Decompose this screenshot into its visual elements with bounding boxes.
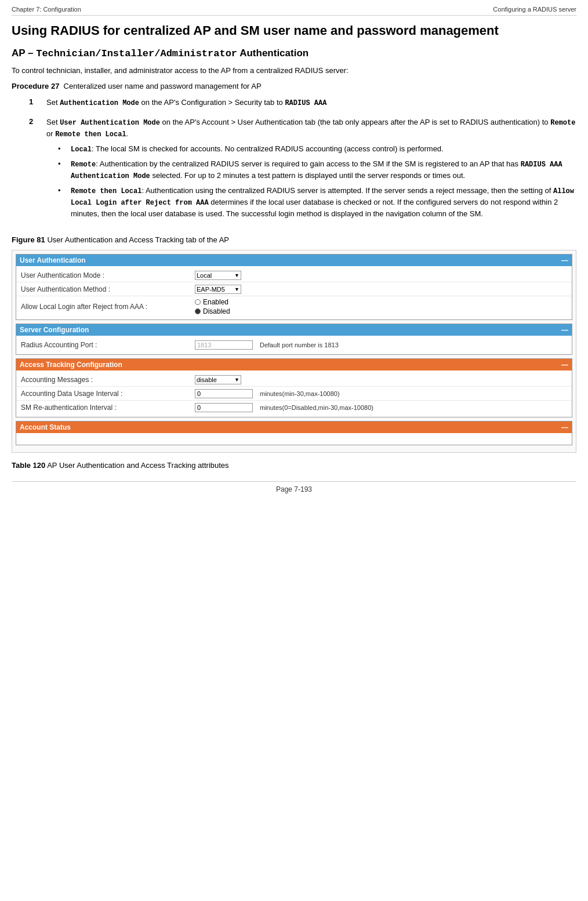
accounting-data-usage-row: Accounting Data Usage Interval : 0 minut… xyxy=(16,387,572,401)
user-auth-mode-control: Local ▼ xyxy=(195,271,567,280)
access-tracking-panel: Access Tracking Configuration — Accounti… xyxy=(16,358,572,417)
footer-text: Page 7-193 xyxy=(276,485,312,493)
user-auth-mode-select[interactable]: Local ▼ xyxy=(195,271,241,280)
bullet-remote-term2: RADIUS AAA Authentication Mode xyxy=(71,161,562,180)
procedure-description: Centeralized user name and password mana… xyxy=(64,82,262,90)
server-config-collapse-btn[interactable]: — xyxy=(561,326,568,334)
access-tracking-body: Accounting Messages : disable ▼ Accounti… xyxy=(16,370,572,417)
section-heading-mono: Technician/Installer/Administrator xyxy=(36,48,237,59)
accounting-messages-row: Accounting Messages : disable ▼ xyxy=(16,373,572,387)
user-auth-mode-arrow: ▼ xyxy=(234,273,239,278)
access-tracking-header: Access Tracking Configuration — xyxy=(16,359,572,370)
accounting-data-usage-label: Accounting Data Usage Interval : xyxy=(21,390,195,398)
user-auth-header: User Authentication — xyxy=(16,255,572,266)
procedure-line: Procedure 27 Centeralized user name and … xyxy=(12,81,576,92)
page-container: Chapter 7: Configuration Configuring a R… xyxy=(0,0,588,505)
page-footer: Page 7-193 xyxy=(12,481,576,493)
step-2-term2: Remote xyxy=(550,119,575,127)
step-1-term1: Authentication Mode xyxy=(60,99,139,107)
user-auth-method-arrow: ▼ xyxy=(234,286,239,292)
radius-port-control: 1813 Default port number is 1813 xyxy=(195,340,567,350)
table-label: Table 120 xyxy=(12,461,45,470)
table-caption: Table 120 AP User Authentication and Acc… xyxy=(12,461,576,470)
access-tracking-collapse-btn[interactable]: — xyxy=(561,361,568,369)
user-auth-header-label: User Authentication xyxy=(20,256,86,264)
bullet-list: • Local: The local SM is checked for acc… xyxy=(58,143,576,220)
bullet-local: • Local: The local SM is checked for acc… xyxy=(58,143,576,155)
user-auth-body: User Authentication Mode : Local ▼ User … xyxy=(16,266,572,319)
radius-port-hint: Default port number is 1813 xyxy=(260,341,339,348)
account-status-panel: Account Status — xyxy=(16,421,572,445)
step-1-content: Set Authentication Mode on the AP's Conf… xyxy=(46,97,576,108)
step-2-term3: Remote then Local xyxy=(55,130,126,139)
allow-local-login-control: Enabled Disabled xyxy=(195,298,567,315)
step-2-num: 2 xyxy=(29,117,46,126)
header-bar: Chapter 7: Configuration Configuring a R… xyxy=(12,6,576,16)
main-title: Using RADIUS for centralized AP and SM u… xyxy=(12,23,576,39)
bullet-remote-term: Remote xyxy=(71,161,96,169)
user-auth-method-select[interactable]: EAP-MD5 ▼ xyxy=(195,285,241,294)
bullet-remote: • Remote: Authentication by the centrali… xyxy=(58,158,576,181)
sm-reauth-row: SM Re-authentication Interval : 0 minute… xyxy=(16,401,572,415)
accounting-data-usage-input[interactable]: 0 xyxy=(195,389,253,398)
accounting-messages-select[interactable]: disable ▼ xyxy=(195,375,241,384)
bullet-dot-remote: • xyxy=(58,158,66,181)
server-config-panel: Server Configuration — Radius Accounting… xyxy=(16,324,572,355)
accounting-data-usage-control: 0 minutes(min-30,max-10080) xyxy=(195,389,567,398)
bullet-local-text: Local: The local SM is checked for accou… xyxy=(71,143,444,155)
figure-label: Figure 81 xyxy=(12,235,45,244)
disabled-radio-label: Disabled xyxy=(203,307,230,315)
sm-reauth-control: 0 minutes(0=Disabled,min-30,max-10080) xyxy=(195,403,567,412)
enabled-radio-label: Enabled xyxy=(203,298,228,306)
sm-reauth-hint: minutes(0=Disabled,min-30,max-10080) xyxy=(260,404,373,411)
user-auth-method-control: EAP-MD5 ▼ xyxy=(195,285,567,294)
disabled-radio-circle xyxy=(195,308,201,314)
accounting-messages-control: disable ▼ xyxy=(195,375,567,384)
account-status-body xyxy=(16,433,572,445)
step-2: 2 Set User Authentication Mode on the AP… xyxy=(29,117,576,228)
user-auth-method-value: EAP-MD5 xyxy=(197,286,225,293)
account-status-collapse-btn[interactable]: — xyxy=(561,423,568,431)
accounting-data-usage-hint: minutes(min-30,max-10080) xyxy=(260,390,340,397)
access-tracking-header-label: Access Tracking Configuration xyxy=(20,361,122,369)
radius-port-row: Radius Accounting Port : 1813 Default po… xyxy=(16,338,572,352)
step-1-term2: RADIUS AAA xyxy=(285,99,326,107)
procedure-label: Procedure 27 xyxy=(12,82,59,90)
step-1-num: 1 xyxy=(29,97,46,106)
header-left: Chapter 7: Configuration xyxy=(12,6,81,13)
user-auth-method-label: User Authentication Method : xyxy=(21,285,195,293)
section-heading: AP – Technician/Installer/Administrator … xyxy=(12,48,576,59)
user-auth-panel: User Authentication — User Authenticatio… xyxy=(16,254,572,320)
server-config-body: Radius Accounting Port : 1813 Default po… xyxy=(16,336,572,354)
user-auth-mode-label: User Authentication Mode : xyxy=(21,271,195,279)
accounting-messages-arrow: ▼ xyxy=(234,377,239,383)
user-auth-mode-row: User Authentication Mode : Local ▼ xyxy=(16,268,572,282)
bullet-remote-local-text: Remote then Local: Authentication using … xyxy=(71,185,576,220)
allow-local-login-disabled[interactable]: Disabled xyxy=(195,307,230,315)
step-2-content: Set User Authentication Mode on the AP's… xyxy=(46,117,576,223)
bullet-local-term: Local xyxy=(71,146,92,154)
allow-local-login-label: Allow Local Login after Reject from AAA … xyxy=(21,303,195,311)
sm-reauth-label: SM Re-authentication Interval : xyxy=(21,404,195,412)
table-caption-text: AP User Authentication and Access Tracki… xyxy=(45,461,228,470)
radius-port-input[interactable]: 1813 xyxy=(195,340,253,350)
server-config-header: Server Configuration — xyxy=(16,324,572,336)
bullet-remote-local-term2: Allow Local Login after Reject from AAA xyxy=(71,187,574,207)
bullet-remote-local: • Remote then Local: Authentication usin… xyxy=(58,185,576,220)
steps-list: 1 Set Authentication Mode on the AP's Co… xyxy=(29,97,576,228)
bullet-dot-local: • xyxy=(58,143,66,155)
header-right: Configuring a RADIUS server xyxy=(493,6,576,13)
allow-local-login-enabled[interactable]: Enabled xyxy=(195,298,230,306)
user-auth-mode-value: Local xyxy=(197,272,212,279)
enabled-radio-circle xyxy=(195,299,201,305)
bullet-remote-local-term: Remote then Local xyxy=(71,187,141,195)
radius-port-label: Radius Accounting Port : xyxy=(21,341,195,349)
figure-caption: Figure 81 User Authentication and Access… xyxy=(12,235,576,244)
sm-reauth-input[interactable]: 0 xyxy=(195,403,253,412)
figure-wrapper: User Authentication — User Authenticatio… xyxy=(12,250,576,453)
figure-caption-text: User Authentication and Access Tracking … xyxy=(45,235,229,244)
account-status-header-label: Account Status xyxy=(20,423,71,431)
bullet-dot-remote-local: • xyxy=(58,185,66,220)
user-auth-collapse-btn[interactable]: — xyxy=(561,256,568,264)
account-status-header: Account Status — xyxy=(16,422,572,433)
